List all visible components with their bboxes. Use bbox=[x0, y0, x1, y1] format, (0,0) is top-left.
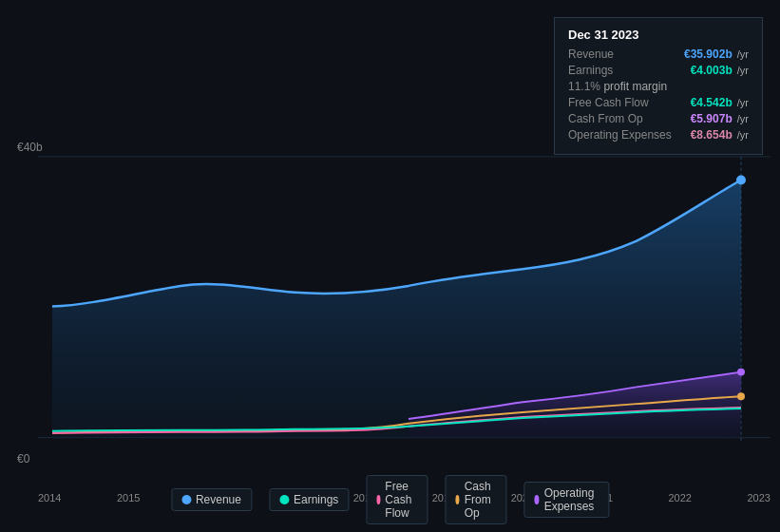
chart-svg bbox=[0, 147, 780, 480]
x-label-2023: 2023 bbox=[747, 492, 770, 504]
legend-earnings-dot bbox=[279, 495, 289, 504]
legend-revenue[interactable]: Revenue bbox=[171, 488, 252, 511]
tooltip-opex-value: €8.654b /yr bbox=[691, 128, 749, 142]
legend-cashop-dot bbox=[455, 495, 459, 504]
tooltip-earnings-label: Earnings bbox=[568, 64, 613, 77]
tooltip-fcf-label: Free Cash Flow bbox=[568, 96, 649, 109]
tooltip-cashop-label: Cash From Op bbox=[568, 112, 643, 125]
chart-area bbox=[0, 147, 780, 480]
legend-earnings[interactable]: Earnings bbox=[269, 488, 349, 511]
legend-fcf-dot bbox=[376, 495, 380, 504]
tooltip-cashop-value: €5.907b /yr bbox=[691, 112, 749, 125]
chart-legend: Revenue Earnings Free Cash Flow Cash Fro… bbox=[171, 475, 609, 524]
legend-opex-dot bbox=[534, 495, 539, 504]
tooltip-cashop-row: Cash From Op €5.907b /yr bbox=[568, 112, 749, 125]
legend-fcf-label: Free Cash Flow bbox=[385, 480, 417, 520]
x-label-2022: 2022 bbox=[669, 492, 692, 504]
legend-revenue-label: Revenue bbox=[196, 493, 241, 506]
revenue-dot bbox=[736, 176, 746, 185]
x-label-2015: 2015 bbox=[117, 492, 140, 504]
tooltip-margin-text: 11.1% profit margin bbox=[568, 80, 667, 93]
tooltip-earnings-row: Earnings €4.003b /yr bbox=[568, 64, 749, 77]
tooltip-fcf-value: €4.542b /yr bbox=[691, 96, 749, 109]
tooltip-opex-row: Operating Expenses €8.654b /yr bbox=[568, 128, 749, 142]
tooltip-revenue-row: Revenue €35.902b /yr bbox=[568, 48, 749, 61]
tooltip-fcf-row: Free Cash Flow €4.542b /yr bbox=[568, 96, 749, 109]
tooltip-earnings-value: €4.003b /yr bbox=[691, 64, 749, 77]
legend-cashop[interactable]: Cash From Op bbox=[445, 475, 506, 524]
tooltip-revenue-label: Revenue bbox=[568, 48, 614, 61]
tooltip-opex-label: Operating Expenses bbox=[568, 128, 672, 142]
opex-dot bbox=[737, 369, 745, 376]
legend-opex[interactable]: Operating Expenses bbox=[523, 482, 609, 518]
x-label-2014: 2014 bbox=[38, 492, 61, 504]
cashop-dot bbox=[737, 392, 745, 400]
tooltip-margin-row: 11.1% profit margin bbox=[568, 80, 749, 93]
legend-revenue-dot bbox=[181, 495, 191, 504]
legend-fcf[interactable]: Free Cash Flow bbox=[366, 475, 428, 524]
legend-earnings-label: Earnings bbox=[294, 493, 338, 506]
tooltip-revenue-value: €35.902b /yr bbox=[684, 48, 749, 61]
tooltip-panel: Dec 31 2023 Revenue €35.902b /yr Earning… bbox=[554, 17, 763, 155]
legend-cashop-label: Cash From Op bbox=[465, 480, 497, 520]
tooltip-date: Dec 31 2023 bbox=[568, 28, 749, 42]
legend-opex-label: Operating Expenses bbox=[544, 486, 599, 513]
